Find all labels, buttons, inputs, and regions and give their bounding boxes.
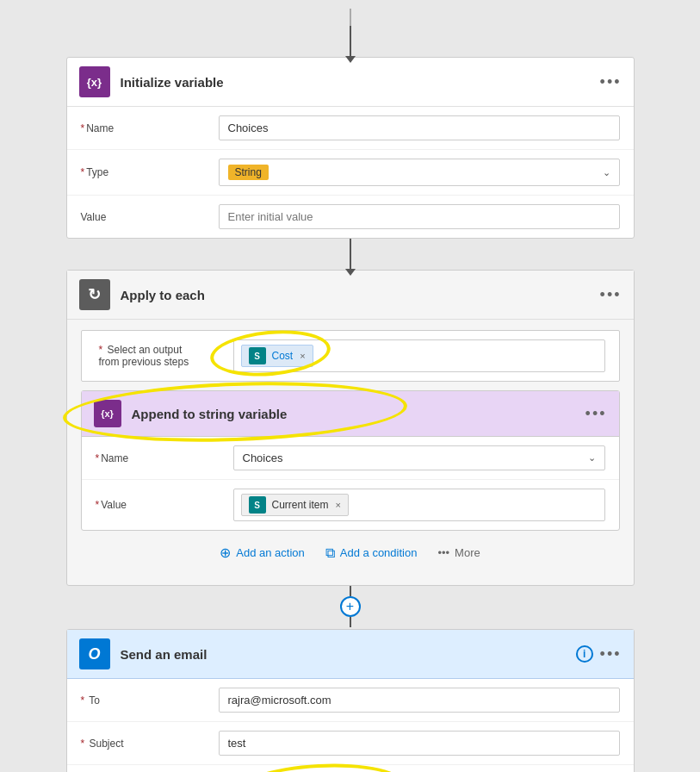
append-name-value: Choices xyxy=(243,451,283,464)
apply-to-each-header: ↻ Apply to each ••• xyxy=(67,271,634,320)
init-var-icon: {x} xyxy=(79,66,110,97)
init-var-icon-text: {x} xyxy=(87,76,102,89)
select-output-input[interactable]: S Cost × xyxy=(233,339,605,372)
email-subject-row: * Subject xyxy=(67,722,634,765)
add-condition-icon: ⧉ xyxy=(325,545,335,561)
init-var-value-label: Value xyxy=(81,211,219,223)
init-var-name-row: *Name xyxy=(67,107,634,150)
plus-circle-btn[interactable]: + xyxy=(340,596,361,617)
plus-connector: + xyxy=(340,586,361,629)
append-icon: {x} xyxy=(94,400,121,427)
init-var-name-input[interactable] xyxy=(219,115,620,140)
send-email-body: * To * Subject * Body xyxy=(67,679,634,772)
append-name-chevron: ⌄ xyxy=(588,452,596,464)
more-btn[interactable]: ••• More xyxy=(437,546,480,559)
email-to-label: * To xyxy=(81,694,219,707)
email-to-input[interactable] xyxy=(219,688,620,713)
email-to-row: * To xyxy=(67,679,634,722)
arrow-2 xyxy=(350,239,351,270)
send-email-card: O Send an email i ••• * To * Subject xyxy=(66,629,635,772)
actions-bar: ⊕ Add an action ⧉ Add a condition ••• Mo… xyxy=(81,531,620,575)
add-condition-label: Add a condition xyxy=(340,546,418,559)
outlook-icon: O xyxy=(79,638,110,669)
append-value-label: *Value xyxy=(96,499,233,511)
init-var-type-row: *Type String ⌄ xyxy=(67,150,634,196)
add-action-btn[interactable]: ⊕ Add an action xyxy=(220,545,305,561)
send-email-menu[interactable]: ••• xyxy=(600,645,622,663)
cost-tag-inner: S Cost xyxy=(249,347,294,364)
current-item-label: Current item xyxy=(272,499,329,511)
email-subject-label: * Subject xyxy=(81,738,219,750)
append-title: Append to string variable xyxy=(132,407,585,421)
plus-line-bottom xyxy=(350,617,351,627)
add-action-icon: ⊕ xyxy=(220,545,231,561)
append-body: *Name Choices ⌄ *Value xyxy=(82,437,619,530)
init-variable-body: *Name *Type String ⌄ Value xyxy=(67,107,634,238)
init-var-name-label: *Name xyxy=(81,122,219,134)
append-value-row: *Value S Current item × xyxy=(82,480,619,530)
append-name-row: *Name Choices ⌄ xyxy=(82,437,619,480)
send-email-title: Send an email xyxy=(121,647,576,662)
apply-inner-section: * Select an outputfrom previous steps S … xyxy=(67,320,634,585)
append-icon-text: {x} xyxy=(101,408,114,419)
append-name-label: *Name xyxy=(96,452,233,464)
req-star-6: * xyxy=(81,694,85,707)
select-output-label: * Select an outputfrom previous steps xyxy=(96,344,233,368)
current-item-sp-icon: S xyxy=(249,496,266,514)
arrow-1 xyxy=(350,26,351,57)
add-action-label: Add an action xyxy=(236,546,305,559)
email-body-row: * Body {x} Choices × xyxy=(67,765,634,772)
init-variable-header: {x} Initialize variable ••• xyxy=(67,58,634,107)
select-output-row: * Select an outputfrom previous steps S … xyxy=(81,330,620,382)
apply-to-each-menu[interactable]: ••• xyxy=(600,286,622,304)
current-item-inner: S Current item xyxy=(249,496,329,514)
sp-icon: S xyxy=(249,347,266,364)
required-star-2: * xyxy=(81,166,85,178)
init-variable-card: {x} Initialize variable ••• *Name *Type … xyxy=(66,57,635,239)
append-value-input[interactable]: S Current item × xyxy=(233,489,605,521)
more-label: More xyxy=(455,546,480,559)
apply-to-each-title: Apply to each xyxy=(121,288,600,302)
plus-line-top xyxy=(350,586,351,596)
append-menu[interactable]: ••• xyxy=(585,405,607,423)
append-string-card: {x} Append to string variable ••• *Name … xyxy=(81,390,620,531)
req-star-3: * xyxy=(99,344,103,356)
append-header: {x} Append to string variable ••• xyxy=(82,391,619,437)
init-var-type-label: *Type xyxy=(81,166,219,178)
req-star-5: * xyxy=(96,499,100,511)
cost-tag-close[interactable]: × xyxy=(300,351,305,361)
init-var-value-input[interactable] xyxy=(219,204,620,229)
append-name-select[interactable]: Choices ⌄ xyxy=(233,445,605,470)
cost-tag-wrapper: S Cost × xyxy=(241,345,317,367)
init-var-type-select[interactable]: String ⌄ xyxy=(219,159,620,186)
email-subject-input[interactable] xyxy=(219,731,620,756)
send-email-header: O Send an email i ••• xyxy=(67,630,634,679)
init-var-value-row: Value xyxy=(67,196,634,238)
apply-to-each-card: ↻ Apply to each ••• * Select an outputfr… xyxy=(66,270,635,586)
add-condition-btn[interactable]: ⧉ Add a condition xyxy=(325,545,418,561)
required-star: * xyxy=(81,122,85,134)
apply-to-each-icon: ↻ xyxy=(79,279,110,310)
init-variable-menu[interactable]: ••• xyxy=(600,73,622,91)
top-connector xyxy=(350,9,351,26)
flow-container: {x} Initialize variable ••• *Name *Type … xyxy=(34,9,666,772)
cost-tag-label: Cost xyxy=(272,350,294,362)
more-dots: ••• xyxy=(437,546,449,559)
current-item-close[interactable]: × xyxy=(336,500,341,510)
type-chevron: ⌄ xyxy=(603,167,610,178)
apply-icon-symbol: ↻ xyxy=(88,285,101,304)
req-star-7: * xyxy=(81,738,85,750)
type-tag-string: String xyxy=(228,165,269,180)
req-star-4: * xyxy=(96,452,100,464)
init-variable-title: Initialize variable xyxy=(121,75,600,90)
send-email-info[interactable]: i xyxy=(576,645,593,663)
cost-tag: S Cost × xyxy=(241,345,313,367)
current-item-tag: S Current item × xyxy=(241,494,349,516)
outlook-icon-text: O xyxy=(88,645,100,663)
